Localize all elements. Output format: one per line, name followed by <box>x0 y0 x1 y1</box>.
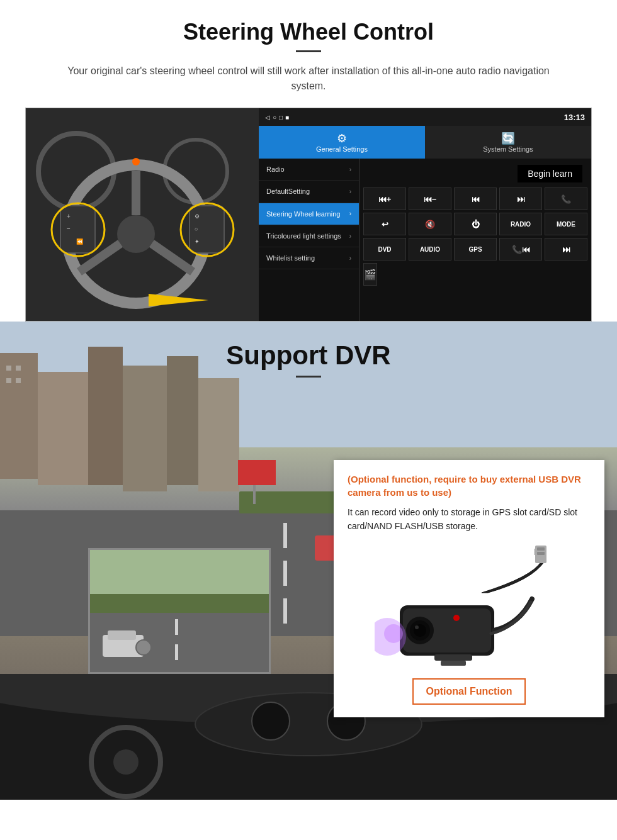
btn-gps[interactable]: GPS <box>454 238 497 260</box>
tab-system[interactable]: 🔄 System Settings <box>425 126 591 159</box>
recents-icon: □ <box>279 114 283 121</box>
btn-radio[interactable]: RADIO <box>499 213 542 235</box>
btn-call-next[interactable]: ⏭ <box>545 238 587 260</box>
btn-power[interactable]: ⏻ <box>454 213 497 235</box>
android-menu: Radio › DefaultSetting › Steering Wheel … <box>259 159 359 321</box>
ctrl-row-3: DVD AUDIO GPS 📞⏮ ⏭ <box>363 238 587 260</box>
btn-phone[interactable]: 📞 <box>545 188 587 210</box>
svg-text:○: ○ <box>195 226 198 232</box>
menu-tricolour-label: Tricoloured light settings <box>266 232 341 240</box>
svg-point-55 <box>384 624 403 643</box>
menu-icon: ■ <box>285 114 289 121</box>
btn-mute[interactable]: 🔇 <box>409 213 451 235</box>
btn-next[interactable]: ⏭ <box>499 188 542 210</box>
tab-general[interactable]: ⚙ General Settings <box>259 126 425 159</box>
menu-whitelist-label: Whitelist setting <box>266 254 315 262</box>
ctrl-row-4: 🎬 <box>363 263 587 286</box>
svg-rect-41 <box>253 485 256 504</box>
begin-learn-button[interactable]: Begin learn <box>518 165 582 182</box>
android-panel: ◁ ○ □ ■ 13:13 ⚙ General Settings 🔄 Syste… <box>259 108 591 321</box>
chevron-right-icon: › <box>349 166 351 173</box>
dvr-inset-view <box>88 548 271 674</box>
menu-item-whitelist[interactable]: Whitelist setting › <box>259 247 359 269</box>
menu-item-default[interactable]: DefaultSetting › <box>259 181 359 203</box>
optional-function-button[interactable]: Optional Function <box>412 678 526 705</box>
svg-rect-8 <box>60 206 95 253</box>
android-tabs[interactable]: ⚙ General Settings 🔄 System Settings <box>259 126 591 159</box>
svg-text:✦: ✦ <box>195 238 200 245</box>
menu-item-radio[interactable]: Radio › <box>259 159 359 181</box>
svg-point-4 <box>117 215 155 253</box>
svg-point-67 <box>113 749 139 775</box>
svg-rect-53 <box>441 661 466 666</box>
svg-rect-40 <box>238 460 276 485</box>
chevron-right-icon-5: › <box>349 255 351 262</box>
svg-point-50 <box>415 625 419 629</box>
svg-rect-33 <box>283 561 287 586</box>
system-settings-label: System Settings <box>483 145 533 153</box>
dvr-title: Support DVR <box>0 340 617 371</box>
android-body: Radio › DefaultSetting › Steering Wheel … <box>259 159 591 321</box>
statusbar-nav-icons: ◁ ○ □ ■ <box>265 114 289 121</box>
svg-text:⚙: ⚙ <box>195 213 200 220</box>
svg-rect-44 <box>537 552 545 555</box>
svg-rect-22 <box>38 372 88 485</box>
statusbar-time: 13:13 <box>564 113 585 122</box>
svg-point-51 <box>453 615 460 621</box>
btn-call-prev[interactable]: 📞⏮ <box>499 238 542 260</box>
svg-rect-57 <box>90 594 271 613</box>
menu-radio-label: Radio <box>266 165 285 174</box>
svg-rect-43 <box>537 547 545 551</box>
dvr-section: Support DVR (Optional function, require … <box>0 322 617 800</box>
general-settings-label: General Settings <box>316 145 368 153</box>
steering-wheel-svg: + − ⏪ ⚙ ○ ✦ <box>26 108 259 322</box>
svg-rect-34 <box>283 598 287 624</box>
btn-vol-down[interactable]: ⏮− <box>409 188 451 210</box>
btn-mode[interactable]: MODE <box>545 213 587 235</box>
btn-dvd[interactable]: DVD <box>363 238 406 260</box>
dvr-desc-text: It can record video only to storage in G… <box>348 505 591 534</box>
dvr-info-card: (Optional function, require to buy exter… <box>334 460 604 717</box>
steering-title: Steering Wheel Control <box>25 19 592 45</box>
system-settings-icon: 🔄 <box>501 132 515 145</box>
dvr-divider <box>296 376 321 378</box>
menu-item-tricolour[interactable]: Tricoloured light settings › <box>259 225 359 247</box>
svg-rect-52 <box>434 654 472 661</box>
btn-vol-up[interactable]: ⏮+ <box>363 188 406 210</box>
content-top-row: Begin learn <box>363 162 587 185</box>
svg-text:⏪: ⏪ <box>76 238 84 245</box>
svg-text:+: + <box>67 213 71 220</box>
chevron-right-icon-4: › <box>349 233 351 240</box>
steering-demo: + − ⏪ ⚙ ○ ✦ <box>25 108 592 322</box>
svg-rect-59 <box>175 619 178 635</box>
chevron-right-icon-2: › <box>349 188 351 195</box>
btn-prev[interactable]: ⏮ <box>454 188 497 210</box>
menu-steering-label: Steering Wheel learning <box>266 210 340 218</box>
steering-photo: + − ⏪ ⚙ ○ ✦ <box>26 108 259 322</box>
steering-subtitle: Your original car's steering wheel contr… <box>50 64 567 94</box>
svg-rect-60 <box>175 644 178 660</box>
svg-point-19 <box>132 158 140 165</box>
btn-hangup[interactable]: ↩ <box>363 213 406 235</box>
dvr-optional-text: (Optional function, require to buy exter… <box>348 473 591 499</box>
title-divider <box>296 50 321 52</box>
dvr-camera-image <box>348 542 591 668</box>
steering-section: Steering Wheel Control Your original car… <box>0 0 617 322</box>
menu-default-label: DefaultSetting <box>266 187 310 196</box>
svg-point-69 <box>252 702 290 740</box>
dvr-title-area: Support DVR <box>0 322 617 384</box>
btn-record[interactable]: 🎬 <box>363 263 377 286</box>
svg-point-63 <box>136 640 151 655</box>
svg-text:−: − <box>67 225 71 232</box>
ctrl-row-2: ↩ 🔇 ⏻ RADIO MODE <box>363 213 587 235</box>
ctrl-row-1: ⏮+ ⏮− ⏮ ⏭ 📞 <box>363 188 587 210</box>
back-icon: ◁ <box>265 114 270 121</box>
svg-rect-26 <box>198 378 239 491</box>
btn-audio[interactable]: AUDIO <box>409 238 451 260</box>
home-icon: ○ <box>273 114 276 121</box>
inset-view-svg <box>90 550 271 674</box>
general-settings-icon: ⚙ <box>337 132 347 145</box>
svg-rect-62 <box>108 630 136 640</box>
dvr-camera-svg <box>375 542 563 668</box>
menu-item-steering[interactable]: Steering Wheel learning › <box>259 203 359 225</box>
